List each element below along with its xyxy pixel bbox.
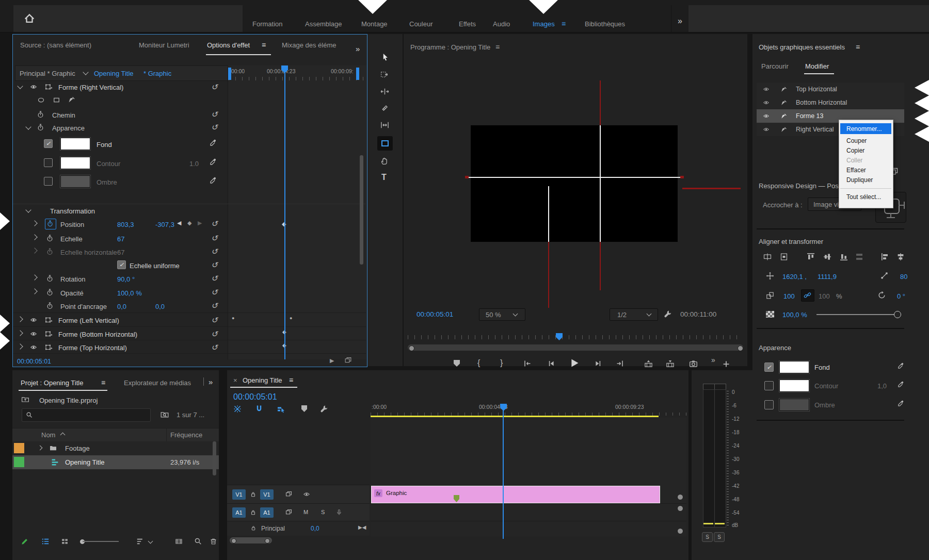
eg-ombre-checkbox[interactable] — [764, 400, 774, 409]
fx-layer-left-vertical[interactable]: Forme (Left Vertical) — [58, 317, 119, 324]
chevron-down-icon[interactable] — [25, 207, 31, 212]
panel-overflow-icon[interactable] — [209, 378, 213, 386]
search-input[interactable] — [22, 408, 151, 422]
lock-icon[interactable] — [250, 524, 257, 532]
mark-out-icon[interactable]: } — [500, 359, 503, 367]
playback-resolution-dropdown[interactable]: 1/2 — [610, 308, 658, 321]
column-frequency[interactable]: Fréquence — [170, 432, 202, 438]
tab-modifier-active[interactable]: Modifier — [805, 63, 829, 70]
export-frame-icon[interactable] — [344, 356, 352, 364]
hand-tool-icon[interactable] — [380, 157, 389, 166]
eg-position-x[interactable]: 1620,1 , — [782, 273, 807, 280]
workspace-tab-images-active[interactable]: Images — [533, 21, 555, 27]
rotation-icon[interactable] — [877, 291, 886, 300]
find-icon[interactable] — [194, 537, 202, 545]
tab-media-browser[interactable]: Explorateur de médias — [124, 380, 191, 386]
workspace-tab-audio[interactable]: Audio — [493, 21, 510, 27]
program-menu-icon[interactable] — [495, 43, 500, 51]
menu-item-select-all[interactable]: Tout sélect... — [846, 193, 881, 201]
ripple-edit-tool-icon[interactable] — [380, 87, 389, 96]
eg-anchor-value[interactable]: 80 — [900, 273, 907, 280]
sort-icon[interactable] — [136, 537, 145, 546]
menu-item-duplicate[interactable]: Dupliquer — [846, 176, 873, 184]
snap-magnet-icon[interactable] — [255, 405, 263, 413]
chevron-right-icon[interactable] — [31, 288, 37, 294]
ellipse-tool-icon[interactable] — [37, 96, 45, 104]
extract-icon[interactable] — [666, 359, 675, 368]
clip-marker-green[interactable] — [454, 495, 459, 502]
eyedropper-icon[interactable] — [209, 139, 217, 147]
anchor-point-icon[interactable] — [880, 272, 888, 279]
button-editor-plus-icon[interactable] — [723, 360, 730, 368]
step-forward-icon[interactable] — [594, 359, 602, 368]
list-view-icon[interactable] — [41, 537, 50, 546]
track-output-eye-icon[interactable] — [302, 491, 311, 498]
lock-icon[interactable] — [250, 490, 257, 498]
align-center-horizontally-icon[interactable] — [896, 253, 905, 261]
home-icon[interactable] — [24, 13, 35, 24]
stopwatch-icon[interactable] — [46, 234, 54, 242]
source-patch-v1[interactable]: V1 — [232, 489, 246, 500]
fx-echelle-value[interactable]: 67 — [117, 236, 124, 242]
workspace-menu-icon[interactable] — [562, 20, 566, 27]
eye-icon[interactable] — [762, 86, 770, 92]
tab-source[interactable]: Source : (sans élément) — [20, 42, 91, 48]
lift-icon[interactable] — [644, 359, 653, 368]
scrollbar-knob-left[interactable] — [409, 345, 414, 351]
fx-layer-bottom-horizontal[interactable]: Forme (Bottom Horizontal) — [58, 331, 137, 338]
chevron-right-icon[interactable] — [31, 234, 37, 240]
keyframe-bowtie-icon[interactable]: ▶◀ — [358, 525, 366, 530]
reset-icon[interactable] — [211, 110, 218, 119]
source-patch-a1[interactable]: A1 — [232, 507, 246, 518]
program-scrub-ruler[interactable] — [408, 335, 743, 339]
align-center-vertically-icon[interactable] — [823, 253, 832, 261]
reset-icon[interactable] — [211, 343, 218, 352]
eg-position-y[interactable]: 1111,9 — [818, 273, 837, 280]
stopwatch-icon[interactable] — [37, 123, 44, 131]
fx-group-apparence[interactable]: Apparence — [52, 125, 85, 131]
eg-contour-swatch[interactable] — [779, 380, 809, 392]
timeline-playhead-line[interactable] — [503, 404, 504, 539]
go-to-out-icon[interactable] — [616, 359, 624, 368]
track-select-tool-icon[interactable] — [380, 70, 389, 79]
project-row-opening-title-selected[interactable]: Opening Title 23,976 i/s — [12, 455, 219, 469]
project-menu-icon[interactable] — [101, 379, 105, 386]
reset-icon[interactable] — [211, 316, 218, 325]
h-scrollbar-thumb[interactable] — [230, 537, 272, 543]
chevron-down-icon[interactable] — [148, 539, 153, 544]
eg-contour-checkbox[interactable] — [764, 381, 774, 390]
scale-link-box[interactable] — [801, 289, 814, 302]
layer-row-bottom-horizontal[interactable]: Bottom Horizontal — [757, 96, 904, 110]
project-row-footage[interactable]: Footage — [12, 441, 219, 455]
slip-tool-icon[interactable] — [380, 121, 389, 129]
reset-icon[interactable] — [211, 219, 218, 228]
echelle-uniforme-checkbox[interactable] — [117, 260, 126, 269]
fx-contour-width[interactable]: 1.0 — [189, 160, 199, 167]
eg-fond-swatch[interactable] — [779, 361, 809, 373]
fx-param-chemin[interactable]: Chemin — [52, 112, 75, 119]
trash-icon[interactable] — [210, 537, 217, 546]
essential-graphics-menu-icon[interactable] — [856, 43, 860, 51]
fx-playhead-line[interactable] — [284, 65, 285, 359]
eye-icon[interactable] — [29, 344, 38, 351]
align-center-vertical-frame-icon[interactable] — [779, 253, 789, 261]
stopwatch-icon[interactable] — [46, 302, 54, 310]
fx-ancrage-x[interactable]: 0,0 — [117, 303, 126, 310]
settings-wrench-icon[interactable] — [664, 310, 672, 318]
linked-selection-icon[interactable] — [277, 405, 285, 413]
track-resize-knob-1[interactable] — [677, 494, 683, 500]
eg-contour-width[interactable]: 1,0 — [877, 383, 887, 389]
label-color-green[interactable] — [14, 457, 24, 467]
track-resize-knob-2[interactable] — [677, 505, 683, 512]
workspace-tab-montage[interactable]: Montage — [361, 21, 388, 27]
eye-icon[interactable] — [762, 126, 770, 133]
tab-project-active[interactable]: Projet : Opening Title — [21, 380, 83, 386]
video-frame[interactable] — [471, 125, 678, 242]
clip-graphic[interactable]: fx Graphic — [371, 486, 660, 503]
nest-toggle-icon[interactable] — [233, 405, 242, 413]
eye-icon[interactable] — [762, 113, 770, 119]
workspace-tab-effets[interactable]: Effets — [459, 21, 476, 27]
reset-icon[interactable] — [211, 83, 218, 92]
solo-button-right[interactable]: S — [714, 532, 725, 542]
next-keyframe-icon[interactable] — [198, 220, 202, 226]
